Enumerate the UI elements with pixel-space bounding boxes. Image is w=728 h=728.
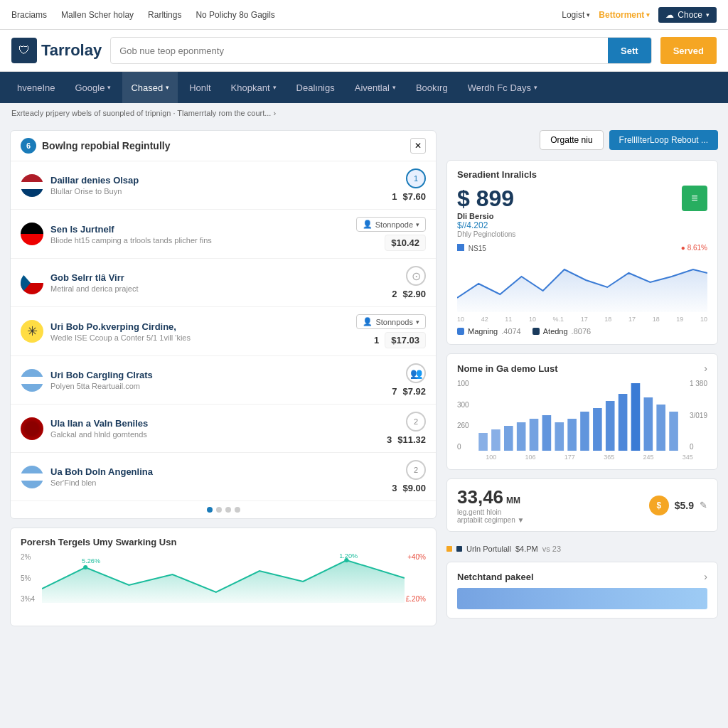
svg-rect-35	[669, 412, 678, 451]
chart-row-labels: NS15 ● 8.61%	[457, 244, 707, 252]
summary-sub2: arptabiit cegimpen ▼	[457, 516, 524, 524]
svg-marker-14	[42, 560, 405, 603]
pagination-dot-2[interactable]	[216, 507, 222, 513]
legend-dot-1	[457, 328, 464, 335]
chart-legend: Magning .4074 Atedng .8076	[457, 327, 707, 336]
svg-text:5.26%: 5.26%	[82, 557, 100, 564]
topbar-link-3[interactable]: Rarltings	[148, 10, 181, 20]
search-bar: Sett	[110, 37, 651, 64]
item-sub-1: Blullar Orise to Buyn	[50, 187, 341, 196]
svg-rect-33	[643, 397, 653, 451]
person-icon: 👤	[363, 220, 373, 229]
netchand-title: Netchtand pakeel	[457, 572, 534, 582]
item-sub-4: Wedle ISE Ccoup a Conter 5/1 1vill 'kies	[50, 333, 341, 342]
svg-rect-9	[21, 377, 43, 384]
svg-rect-30	[606, 401, 615, 451]
list-right-1: 1 1 $7.60	[348, 168, 426, 202]
stats-sub-value: $//4.202	[457, 220, 515, 230]
list-right-5: 👥 7 $7.92	[348, 363, 426, 397]
svg-text:1.20%: 1.20%	[339, 553, 358, 560]
qty-1: 1	[392, 191, 397, 202]
x-axis-bar: 100106177365245345	[457, 454, 707, 461]
summary-big-row: 33,46 MM	[457, 486, 524, 508]
svg-rect-25	[542, 415, 551, 451]
dollar-value: $5.9	[675, 500, 694, 511]
nav-item-honlt[interactable]: Honlt	[181, 72, 219, 103]
list-right-6: 2 3 $11.32	[348, 412, 426, 445]
svg-rect-23	[517, 422, 526, 451]
nav-item-aiventlal[interactable]: Aiventlal ▾	[346, 72, 405, 103]
item-sub-3: Metiral and derica praject	[50, 284, 341, 293]
chart-label-ns15: NS15	[457, 244, 486, 252]
pagination-dot-1[interactable]	[207, 507, 213, 513]
topbar-link-4[interactable]: No Polichy 8o Gagils	[196, 10, 274, 20]
action-circle-7[interactable]: 2	[406, 460, 426, 480]
dropdown-2[interactable]: 👤 Stonnpode ▾	[356, 217, 426, 232]
summary-unit: MM	[506, 496, 520, 505]
svg-rect-34	[656, 405, 665, 451]
y-axis-right: 1 3803/0190	[687, 380, 707, 451]
item-name-3: Gob Selrr tlâ Virr	[50, 272, 341, 283]
card-title: 6 Bowlng repobial Regintully	[21, 138, 170, 154]
svg-rect-13	[21, 481, 43, 488]
nav-item-khopkant[interactable]: Khopkant ▾	[223, 72, 285, 103]
topbar-link-1[interactable]: Braciams	[11, 10, 47, 20]
list-info-4: Uri Bob Po.kverping Cirdine, Wedle ISE C…	[50, 321, 341, 342]
list-info-1: Daillar denies Olsap Blullar Orise to Bu…	[50, 175, 341, 196]
betterment-button[interactable]: Bettorment ▾	[599, 10, 650, 20]
summary-sub1: leg.gentt hloin	[457, 508, 524, 516]
choice-icon: ☁	[665, 10, 674, 20]
pagination	[11, 501, 436, 518]
header: 🛡 Tarrolay Sett Served	[0, 30, 728, 72]
item-name-5: Uri Bob Cargling Clrats	[50, 370, 341, 380]
netchand-bar	[457, 588, 707, 609]
action-circle-1[interactable]: 1	[406, 168, 426, 188]
list-right-2: 👤 Stonnpode ▾ $10.42	[348, 217, 426, 251]
item-name-7: Ua Boh Doln Angenlina	[50, 466, 341, 477]
item-name-1: Daillar denies Olsap	[50, 175, 341, 186]
netchand-header: Netchtand pakeel ›	[457, 571, 707, 582]
summary-right: $ $5.9 ✎	[649, 496, 707, 515]
organise-button[interactable]: Orgatte niu	[540, 130, 603, 150]
pagination-dot-3[interactable]	[225, 507, 231, 513]
nav-item-werdh[interactable]: Werdh Fc Days ▾	[459, 72, 546, 103]
sett-button[interactable]: Sett	[608, 37, 651, 64]
nav-item-dealinigs[interactable]: Dealınigs	[288, 72, 343, 103]
action-circle-5[interactable]: 👥	[406, 363, 426, 383]
choice-button[interactable]: ☁ Choce ▾	[658, 7, 717, 23]
flag-czech	[21, 272, 43, 294]
close-button[interactable]: ✕	[410, 138, 426, 154]
action-circle-6[interactable]: 2	[406, 412, 426, 432]
topbar-links: Braciams Mallen Scher holay Rarltings No…	[11, 10, 275, 20]
topbar-link-2[interactable]: Mallen Scher holay	[61, 10, 134, 20]
svg-rect-4	[21, 234, 43, 245]
bottom-chart-title: Porersh Tergels Umy Swarking Usn	[21, 537, 426, 547]
item-name-2: Sen ls Jurtnelf	[50, 224, 341, 235]
dropdown-4[interactable]: 👤 Stonnpods ▾	[356, 314, 426, 329]
svg-rect-31	[618, 394, 627, 451]
bar-chart-chevron[interactable]: ›	[704, 363, 707, 374]
action-circle-3[interactable]: ⊙	[406, 266, 426, 286]
search-input[interactable]	[111, 46, 608, 56]
topbar-right: Logist ▾ Bettorment ▾ ☁ Choce ▾	[562, 7, 717, 23]
served-button[interactable]: Served	[660, 37, 717, 64]
list-info-3: Gob Selrr tlâ Virr Metiral and derica pr…	[50, 272, 341, 293]
stats-values: $ 899 Dli Bersio $//4.202 Dhly Peginclot…	[457, 186, 515, 238]
edit-icon[interactable]: ✎	[700, 500, 707, 510]
topbar: Braciams Mallen Scher holay Rarltings No…	[0, 0, 728, 30]
price-3: $2.90	[402, 289, 426, 299]
nav-item-hveneine[interactable]: hveneIne	[9, 72, 64, 103]
netchand-chevron[interactable]: ›	[704, 571, 707, 582]
nav-item-google[interactable]: Google ▾	[67, 72, 120, 103]
svg-rect-2	[21, 189, 43, 197]
list-item: Ua Boh Doln Angenlina Ser'Find blen 2 3 …	[11, 453, 436, 501]
logist-button[interactable]: Logist ▾	[562, 10, 590, 20]
flag-star: ✳	[21, 320, 43, 343]
nav-item-chased[interactable]: Chased ▾	[122, 72, 178, 103]
nav-item-bookrg[interactable]: Bookırg	[407, 72, 456, 103]
stats-icon: ≡	[682, 186, 707, 211]
filter-button[interactable]: FrellIlterLoop Rebout ...	[609, 130, 718, 150]
portual-val: $4.PM	[515, 545, 538, 553]
pagination-dot-4[interactable]	[235, 507, 240, 513]
y-axis: 1003002600	[457, 380, 472, 451]
